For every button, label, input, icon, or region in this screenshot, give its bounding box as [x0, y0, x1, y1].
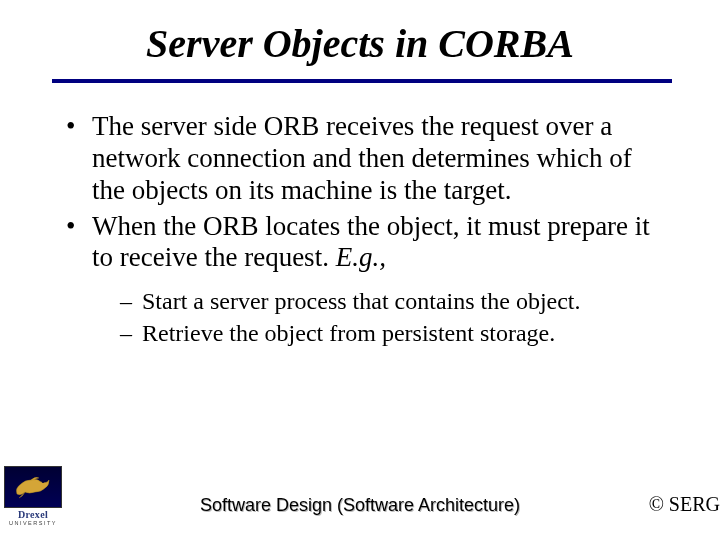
sub-list: Start a server process that contains the…: [92, 286, 660, 348]
footer-copyright: © SERG: [649, 493, 720, 516]
svg-point-0: [42, 481, 44, 483]
sub-item: Start a server process that contains the…: [92, 286, 660, 316]
sub-text: Start a server process that contains the…: [142, 288, 581, 314]
content-area: The server side ORB receives the request…: [0, 83, 720, 348]
footer: Drexel UNIVERSITY Software Design (Softw…: [0, 466, 720, 526]
logo-name: Drexel: [4, 509, 62, 520]
slide-title: Server Objects in CORBA: [0, 0, 720, 79]
dragon-icon: [11, 470, 55, 504]
bullet-item: The server side ORB receives the request…: [64, 111, 660, 207]
bullet-list: The server side ORB receives the request…: [64, 111, 660, 348]
bullet-item: When the ORB locates the object, it must…: [64, 211, 660, 349]
sub-item: Retrieve the object from persistent stor…: [92, 318, 660, 348]
logo-subtitle: UNIVERSITY: [4, 520, 62, 526]
university-logo: Drexel UNIVERSITY: [4, 466, 62, 526]
bullet-eg: E.g.,: [336, 242, 386, 272]
sub-text: Retrieve the object from persistent stor…: [142, 320, 555, 346]
bullet-text: The server side ORB receives the request…: [92, 111, 632, 205]
footer-center-text: Software Design (Software Architecture): [200, 495, 520, 516]
logo-emblem: [4, 466, 62, 508]
